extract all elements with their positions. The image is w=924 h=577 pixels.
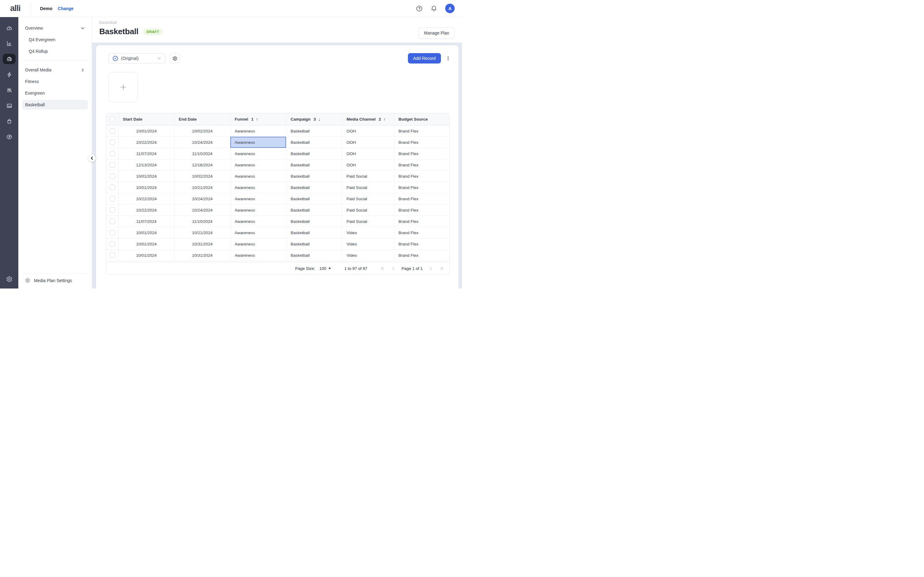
cell-funnel[interactable]: Awareness [230,193,286,204]
reports-chart-icon[interactable] [3,38,16,48]
select-all-checkbox[interactable] [106,113,119,125]
manage-plan-button[interactable]: Manage Plan [418,27,455,39]
automation-lightning-icon[interactable] [3,69,16,80]
cell-end[interactable]: 11/10/2024 [174,216,230,227]
version-select[interactable]: (Original) [108,53,165,63]
cell-campaign[interactable]: Basketball [286,137,342,148]
notifications-bell-icon[interactable] [431,5,437,12]
cell-end[interactable]: 10/24/2024 [174,137,230,148]
row-checkbox[interactable] [106,193,119,204]
collapse-sidebar-button[interactable] [88,155,95,162]
user-avatar[interactable]: A [445,4,455,13]
row-checkbox[interactable] [106,137,119,148]
cell-funnel[interactable]: Awareness [230,160,286,170]
nav-item-overview[interactable]: Overview [22,23,88,33]
cell-budget[interactable]: Brand Flex [394,193,449,204]
cell-channel[interactable]: OOH [342,126,394,137]
cell-budget[interactable]: Brand Flex [394,148,449,159]
cell-funnel[interactable]: Awareness [230,239,286,250]
discover-compass-icon[interactable] [3,132,16,142]
shopping-bag-icon[interactable] [3,116,16,126]
nav-item-q4-rollup[interactable]: Q4 Rollup [22,47,88,56]
cell-funnel[interactable]: Awareness [230,216,286,227]
cell-budget[interactable]: Brand Flex [394,239,449,250]
previous-page-icon[interactable] [391,266,396,271]
nav-item-evergreen[interactable]: Evergreen [22,88,88,98]
cell-start[interactable]: 10/22/2024 [119,137,174,148]
cell-campaign[interactable]: Basketball [286,239,342,250]
cell-end[interactable]: 10/02/2024 [174,126,230,137]
cell-channel[interactable]: Paid Social [342,216,394,227]
column-header-budget-source[interactable]: Budget Source [394,113,449,125]
column-header-campaign[interactable]: Campaign 3↓ [286,113,342,125]
row-checkbox[interactable] [106,171,119,182]
cell-budget[interactable]: Brand Flex [394,160,449,170]
cell-channel[interactable]: OOH [342,137,394,148]
cell-start[interactable]: 10/01/2024 [119,227,174,238]
row-checkbox[interactable] [106,148,119,159]
add-view-tile[interactable] [108,72,138,102]
cell-end[interactable]: 10/21/2024 [174,227,230,238]
cell-funnel[interactable]: Awareness [230,182,286,193]
cell-budget[interactable]: Brand Flex [394,137,449,148]
column-header-start-date[interactable]: Start Date [119,113,174,125]
row-checkbox[interactable] [106,250,119,261]
cell-channel[interactable]: Paid Social [342,193,394,204]
cell-end[interactable]: 11/10/2024 [174,148,230,159]
page-size-select[interactable]: 100 [319,266,331,271]
cell-campaign[interactable]: Basketball [286,148,342,159]
nav-item-basketball[interactable]: Basketball [22,100,88,110]
column-header-media-channel[interactable]: Media Channel 2↑ [342,113,394,125]
cell-funnel[interactable]: Awareness [230,227,286,238]
row-checkbox[interactable] [106,216,119,227]
cell-campaign[interactable]: Basketball [286,126,342,137]
row-checkbox[interactable] [106,182,119,193]
media-plans-icon[interactable] [3,54,16,64]
cell-channel[interactable]: Paid Social [342,205,394,216]
add-record-button[interactable]: Add Record [408,53,441,63]
cell-budget[interactable]: Brand Flex [394,126,449,137]
cell-channel[interactable]: Video [342,250,394,261]
cell-budget[interactable]: Brand Flex [394,227,449,238]
cell-campaign[interactable]: Basketball [286,193,342,204]
cell-end[interactable]: 10/02/2024 [174,171,230,182]
cell-start[interactable]: 10/01/2024 [119,239,174,250]
cell-campaign[interactable]: Basketball [286,182,342,193]
more-options-kebab-icon[interactable] [446,55,451,62]
cell-campaign[interactable]: Basketball [286,160,342,170]
rail-settings-gear-icon[interactable] [3,274,16,284]
cell-end[interactable]: 10/31/2024 [174,239,230,250]
row-checkbox[interactable] [106,205,119,216]
last-page-icon[interactable] [439,266,444,271]
cell-funnel[interactable]: Awareness [230,171,286,182]
nav-item-q4-evergreen[interactable]: Q4 Evergreen [22,35,88,45]
nav-item-overall-media[interactable]: Overall Media [22,65,88,75]
cell-end[interactable]: 10/24/2024 [174,205,230,216]
cell-campaign[interactable]: Basketball [286,216,342,227]
creative-image-icon[interactable] [3,100,16,111]
cell-start[interactable]: 10/01/2024 [119,126,174,137]
cell-channel[interactable]: Video [342,227,394,238]
cell-channel[interactable]: OOH [342,160,394,170]
workspace-change-link[interactable]: Change [58,6,73,11]
next-page-icon[interactable] [428,266,433,271]
cell-end[interactable]: 10/31/2024 [174,250,230,261]
cell-campaign[interactable]: Basketball [286,205,342,216]
nav-item-fitness[interactable]: Fitness [22,77,88,86]
column-header-end-date[interactable]: End Date [174,113,230,125]
cell-funnel[interactable]: Awareness [230,126,286,137]
cell-budget[interactable]: Brand Flex [394,250,449,261]
cell-funnel[interactable]: Awareness [230,148,286,159]
cell-funnel[interactable]: Awareness [230,250,286,261]
cell-channel[interactable]: Paid Social [342,171,394,182]
first-page-icon[interactable] [380,266,385,271]
cell-start[interactable]: 10/01/2024 [119,171,174,182]
cell-funnel[interactable]: Awareness [230,205,286,216]
cell-end[interactable]: 10/21/2024 [174,182,230,193]
row-checkbox[interactable] [106,239,119,250]
cell-channel[interactable]: OOH [342,148,394,159]
cell-start[interactable]: 10/22/2024 [119,205,174,216]
cell-channel[interactable]: Video [342,239,394,250]
cell-start[interactable]: 12/13/2024 [119,160,174,170]
cell-end[interactable]: 12/16/2024 [174,160,230,170]
